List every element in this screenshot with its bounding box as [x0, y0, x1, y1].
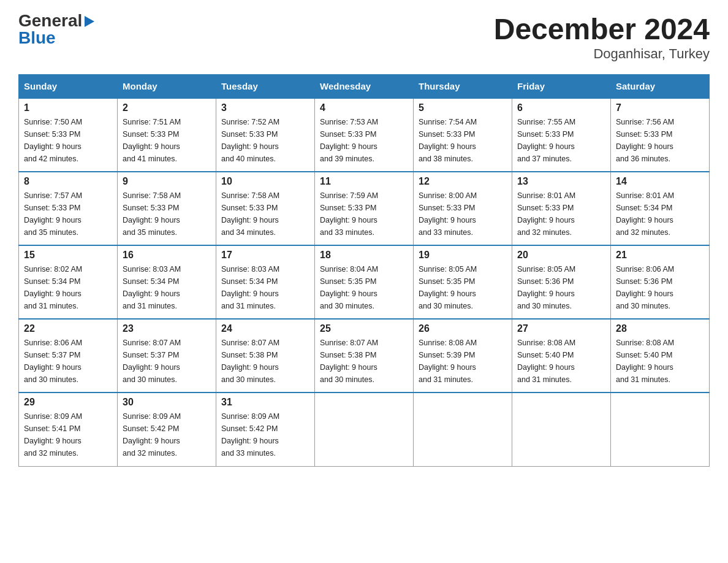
day-number: 11	[320, 176, 408, 187]
col-friday: Friday	[512, 75, 611, 99]
day-info: Sunrise: 8:04 AM Sunset: 5:35 PM Dayligh…	[320, 263, 408, 312]
day-info: Sunrise: 7:55 AM Sunset: 5:33 PM Dayligh…	[517, 116, 605, 165]
day-number: 30	[123, 397, 211, 408]
day-info: Sunrise: 8:06 AM Sunset: 5:36 PM Dayligh…	[616, 263, 704, 312]
calendar-cell: 25 Sunrise: 8:07 AM Sunset: 5:38 PM Dayl…	[315, 319, 414, 393]
calendar-cell: 24 Sunrise: 8:07 AM Sunset: 5:38 PM Dayl…	[216, 319, 315, 393]
day-info: Sunrise: 7:51 AM Sunset: 5:33 PM Dayligh…	[123, 116, 211, 165]
col-tuesday: Tuesday	[216, 75, 315, 99]
day-number: 4	[320, 102, 408, 113]
logo-blue-text: Blue	[18, 29, 56, 47]
logo: General Blue	[18, 12, 97, 47]
calendar-cell: 21 Sunrise: 8:06 AM Sunset: 5:36 PM Dayl…	[611, 245, 710, 319]
day-info: Sunrise: 7:54 AM Sunset: 5:33 PM Dayligh…	[419, 116, 507, 165]
calendar-cell: 9 Sunrise: 7:58 AM Sunset: 5:33 PM Dayli…	[118, 172, 216, 245]
calendar-week-row: 29 Sunrise: 8:09 AM Sunset: 5:41 PM Dayl…	[19, 393, 710, 466]
day-number: 12	[419, 176, 507, 187]
day-info: Sunrise: 8:01 AM Sunset: 5:34 PM Dayligh…	[616, 190, 704, 239]
day-info: Sunrise: 7:50 AM Sunset: 5:33 PM Dayligh…	[24, 116, 112, 165]
calendar-cell: 22 Sunrise: 8:06 AM Sunset: 5:37 PM Dayl…	[19, 319, 118, 393]
calendar-cell: 5 Sunrise: 7:54 AM Sunset: 5:33 PM Dayli…	[414, 98, 512, 172]
day-info: Sunrise: 8:08 AM Sunset: 5:40 PM Dayligh…	[517, 337, 605, 386]
calendar-cell: 7 Sunrise: 7:56 AM Sunset: 5:33 PM Dayli…	[611, 98, 710, 172]
calendar-cell: 29 Sunrise: 8:09 AM Sunset: 5:41 PM Dayl…	[19, 393, 118, 466]
day-info: Sunrise: 8:09 AM Sunset: 5:42 PM Dayligh…	[123, 410, 211, 459]
calendar-cell: 26 Sunrise: 8:08 AM Sunset: 5:39 PM Dayl…	[414, 319, 512, 393]
day-info: Sunrise: 7:59 AM Sunset: 5:33 PM Dayligh…	[320, 190, 408, 239]
day-info: Sunrise: 8:07 AM Sunset: 5:37 PM Dayligh…	[123, 337, 211, 386]
day-number: 13	[517, 176, 605, 187]
calendar-cell	[512, 393, 611, 466]
day-number: 22	[24, 323, 112, 334]
calendar-cell: 6 Sunrise: 7:55 AM Sunset: 5:33 PM Dayli…	[512, 98, 611, 172]
calendar-cell: 10 Sunrise: 7:58 AM Sunset: 5:33 PM Dayl…	[216, 172, 315, 245]
calendar-cell: 31 Sunrise: 8:09 AM Sunset: 5:42 PM Dayl…	[216, 393, 315, 466]
calendar-cell: 28 Sunrise: 8:08 AM Sunset: 5:40 PM Dayl…	[611, 319, 710, 393]
day-number: 26	[419, 323, 507, 334]
calendar-week-row: 1 Sunrise: 7:50 AM Sunset: 5:33 PM Dayli…	[19, 98, 710, 172]
title-section: December 2024 Doganhisar, Turkey	[494, 12, 710, 62]
calendar-cell: 8 Sunrise: 7:57 AM Sunset: 5:33 PM Dayli…	[19, 172, 118, 245]
calendar-cell: 27 Sunrise: 8:08 AM Sunset: 5:40 PM Dayl…	[512, 319, 611, 393]
col-thursday: Thursday	[414, 75, 512, 99]
day-info: Sunrise: 8:05 AM Sunset: 5:36 PM Dayligh…	[517, 263, 605, 312]
day-number: 31	[221, 397, 309, 408]
day-number: 27	[517, 323, 605, 334]
calendar-cell: 14 Sunrise: 8:01 AM Sunset: 5:34 PM Dayl…	[611, 172, 710, 245]
day-number: 6	[517, 102, 605, 113]
calendar-week-row: 22 Sunrise: 8:06 AM Sunset: 5:37 PM Dayl…	[19, 319, 710, 393]
day-number: 19	[419, 250, 507, 261]
svg-marker-0	[85, 16, 94, 27]
calendar-cell: 15 Sunrise: 8:02 AM Sunset: 5:34 PM Dayl…	[19, 245, 118, 319]
day-info: Sunrise: 8:06 AM Sunset: 5:37 PM Dayligh…	[24, 337, 112, 386]
calendar-cell: 2 Sunrise: 7:51 AM Sunset: 5:33 PM Dayli…	[118, 98, 216, 172]
calendar-table: Sunday Monday Tuesday Wednesday Thursday…	[18, 74, 710, 467]
day-info: Sunrise: 8:07 AM Sunset: 5:38 PM Dayligh…	[320, 337, 408, 386]
day-number: 10	[221, 176, 309, 187]
calendar-cell: 19 Sunrise: 8:05 AM Sunset: 5:35 PM Dayl…	[414, 245, 512, 319]
calendar-cell: 16 Sunrise: 8:03 AM Sunset: 5:34 PM Dayl…	[118, 245, 216, 319]
day-info: Sunrise: 8:02 AM Sunset: 5:34 PM Dayligh…	[24, 263, 112, 312]
col-sunday: Sunday	[19, 75, 118, 99]
calendar-cell: 1 Sunrise: 7:50 AM Sunset: 5:33 PM Dayli…	[19, 98, 118, 172]
day-info: Sunrise: 8:08 AM Sunset: 5:40 PM Dayligh…	[616, 337, 704, 386]
day-number: 25	[320, 323, 408, 334]
calendar-cell: 4 Sunrise: 7:53 AM Sunset: 5:33 PM Dayli…	[315, 98, 414, 172]
day-info: Sunrise: 7:52 AM Sunset: 5:33 PM Dayligh…	[221, 116, 309, 165]
day-number: 14	[616, 176, 704, 187]
calendar-cell: 17 Sunrise: 8:03 AM Sunset: 5:34 PM Dayl…	[216, 245, 315, 319]
calendar-cell: 30 Sunrise: 8:09 AM Sunset: 5:42 PM Dayl…	[118, 393, 216, 466]
calendar-week-row: 15 Sunrise: 8:02 AM Sunset: 5:34 PM Dayl…	[19, 245, 710, 319]
day-number: 5	[419, 102, 507, 113]
day-info: Sunrise: 8:09 AM Sunset: 5:41 PM Dayligh…	[24, 410, 112, 459]
day-info: Sunrise: 8:09 AM Sunset: 5:42 PM Dayligh…	[221, 410, 309, 459]
day-number: 17	[221, 250, 309, 261]
day-number: 29	[24, 397, 112, 408]
day-info: Sunrise: 8:01 AM Sunset: 5:33 PM Dayligh…	[517, 190, 605, 239]
day-number: 16	[123, 250, 211, 261]
calendar-cell: 23 Sunrise: 8:07 AM Sunset: 5:37 PM Dayl…	[118, 319, 216, 393]
calendar-cell	[315, 393, 414, 466]
day-info: Sunrise: 8:07 AM Sunset: 5:38 PM Dayligh…	[221, 337, 309, 386]
calendar-cell: 3 Sunrise: 7:52 AM Sunset: 5:33 PM Dayli…	[216, 98, 315, 172]
calendar-cell	[414, 393, 512, 466]
col-wednesday: Wednesday	[315, 75, 414, 99]
calendar-subtitle: Doganhisar, Turkey	[494, 46, 710, 62]
day-info: Sunrise: 8:00 AM Sunset: 5:33 PM Dayligh…	[419, 190, 507, 239]
day-info: Sunrise: 7:53 AM Sunset: 5:33 PM Dayligh…	[320, 116, 408, 165]
day-info: Sunrise: 7:58 AM Sunset: 5:33 PM Dayligh…	[123, 190, 211, 239]
day-number: 18	[320, 250, 408, 261]
header-row: Sunday Monday Tuesday Wednesday Thursday…	[19, 75, 710, 99]
day-number: 3	[221, 102, 309, 113]
day-number: 8	[24, 176, 112, 187]
day-info: Sunrise: 8:03 AM Sunset: 5:34 PM Dayligh…	[221, 263, 309, 312]
logo-arrow-icon	[83, 15, 97, 28]
day-number: 28	[616, 323, 704, 334]
calendar-week-row: 8 Sunrise: 7:57 AM Sunset: 5:33 PM Dayli…	[19, 172, 710, 245]
day-info: Sunrise: 8:03 AM Sunset: 5:34 PM Dayligh…	[123, 263, 211, 312]
col-saturday: Saturday	[611, 75, 710, 99]
calendar-cell: 11 Sunrise: 7:59 AM Sunset: 5:33 PM Dayl…	[315, 172, 414, 245]
calendar-title: December 2024	[494, 12, 710, 46]
day-number: 23	[123, 323, 211, 334]
day-number: 24	[221, 323, 309, 334]
